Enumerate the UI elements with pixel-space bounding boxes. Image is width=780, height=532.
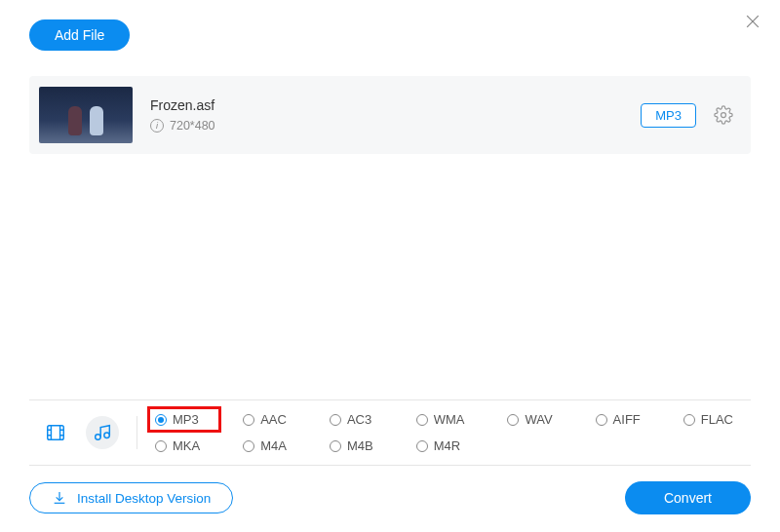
format-selector-row: MP3AACAC3WMAWAVAIFFFLACMKAM4AM4BM4R xyxy=(29,399,751,466)
radio-icon xyxy=(330,440,341,452)
format-label: M4B xyxy=(347,438,373,453)
format-option-m4r[interactable]: M4R xyxy=(412,437,483,455)
convert-button[interactable]: Convert xyxy=(625,481,751,514)
radio-icon xyxy=(596,414,607,426)
install-desktop-label: Install Desktop Version xyxy=(77,491,211,506)
radio-icon xyxy=(507,414,519,426)
output-format-badge[interactable]: MP3 xyxy=(641,103,696,128)
format-label: AC3 xyxy=(347,412,371,427)
file-meta: Frozen.asf i 720*480 xyxy=(150,97,641,133)
format-label: M4A xyxy=(260,438,287,453)
file-resolution-row: i 720*480 xyxy=(150,119,641,133)
format-option-m4b[interactable]: M4B xyxy=(326,437,391,455)
format-label: MP3 xyxy=(173,412,199,427)
svg-point-10 xyxy=(96,435,101,440)
svg-rect-3 xyxy=(48,426,64,440)
format-label: MKA xyxy=(173,438,200,453)
gear-icon[interactable] xyxy=(714,105,733,125)
radio-icon xyxy=(243,440,254,452)
audio-mode-icon[interactable] xyxy=(86,416,119,449)
svg-point-2 xyxy=(722,113,726,118)
action-row: Install Desktop Version Convert xyxy=(29,481,751,514)
format-label: WAV xyxy=(525,412,552,427)
file-name: Frozen.asf xyxy=(150,97,641,113)
info-icon[interactable]: i xyxy=(150,119,164,133)
format-label: AIFF xyxy=(613,412,641,427)
radio-icon xyxy=(155,440,167,452)
format-option-aiff[interactable]: AIFF xyxy=(592,410,658,429)
mode-switch xyxy=(39,416,137,449)
format-label: M4R xyxy=(434,438,460,453)
format-label: FLAC xyxy=(701,412,733,427)
bottom-panel: MP3AACAC3WMAWAVAIFFFLACMKAM4AM4BM4R Inst… xyxy=(29,399,751,514)
format-option-mp3[interactable]: MP3 xyxy=(151,410,217,429)
radio-icon xyxy=(243,414,254,426)
video-mode-icon[interactable] xyxy=(39,416,72,449)
radio-icon xyxy=(155,414,167,426)
radio-icon xyxy=(416,440,428,452)
format-option-ac3[interactable]: AC3 xyxy=(326,410,391,429)
file-resolution: 720*480 xyxy=(170,119,215,133)
install-desktop-button[interactable]: Install Desktop Version xyxy=(29,482,233,513)
radio-icon xyxy=(330,414,341,426)
file-card: Frozen.asf i 720*480 MP3 xyxy=(29,76,751,154)
download-icon xyxy=(52,490,67,506)
radio-icon xyxy=(416,414,428,426)
add-file-button[interactable]: Add File xyxy=(29,19,130,51)
format-label: WMA xyxy=(434,412,465,427)
format-option-wav[interactable]: WAV xyxy=(503,410,569,429)
format-option-mka[interactable]: MKA xyxy=(151,437,217,455)
close-icon[interactable] xyxy=(743,12,762,31)
format-label: AAC xyxy=(260,412,287,427)
format-option-wma[interactable]: WMA xyxy=(412,410,483,429)
file-thumbnail xyxy=(39,87,133,143)
svg-point-11 xyxy=(104,433,110,438)
format-option-flac[interactable]: FLAC xyxy=(680,410,751,429)
formats-grid: MP3AACAC3WMAWAVAIFFFLACMKAM4AM4BM4R xyxy=(151,410,751,455)
radio-icon xyxy=(683,414,695,426)
format-option-aac[interactable]: AAC xyxy=(239,410,304,429)
format-option-m4a[interactable]: M4A xyxy=(239,437,304,455)
